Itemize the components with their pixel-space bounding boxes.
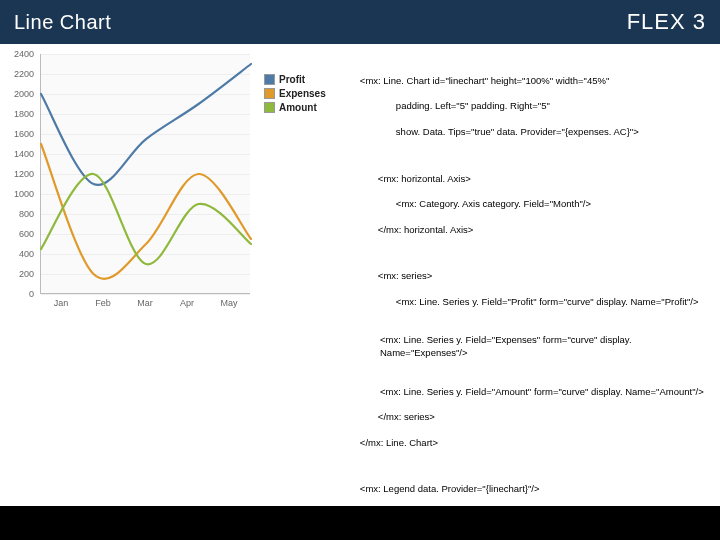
- code-line: <mx: series>: [360, 270, 432, 283]
- y-tick-label: 1600: [14, 129, 34, 139]
- legend-item: Profit: [264, 74, 344, 85]
- code-line: <mx: Line. Chart id="linechart" height="…: [360, 75, 609, 86]
- code-line: <mx: horizontal. Axis>: [360, 173, 471, 186]
- legend-item: Amount: [264, 102, 344, 113]
- y-tick-label: 600: [19, 229, 34, 239]
- code-line: <mx: Category. Axis category. Field="Mon…: [360, 198, 591, 211]
- x-tick-label: Apr: [166, 298, 208, 308]
- y-tick-label: 1200: [14, 169, 34, 179]
- main-content: 0200400600800100012001400160018002000220…: [0, 44, 720, 517]
- y-tick-label: 0: [29, 289, 34, 299]
- y-tick-label: 200: [19, 269, 34, 279]
- plot-area: [40, 54, 250, 294]
- y-tick-label: 1800: [14, 109, 34, 119]
- x-axis: JanFebMarAprMay: [40, 298, 250, 308]
- x-tick-label: Feb: [82, 298, 124, 308]
- footer-bar: [0, 506, 720, 540]
- series-line: [41, 174, 251, 264]
- legend-label: Expenses: [279, 88, 326, 99]
- legend-swatch: [264, 102, 275, 113]
- y-tick-label: 400: [19, 249, 34, 259]
- grid-line: [41, 294, 250, 295]
- y-axis: 0200400600800100012001400160018002000220…: [4, 54, 38, 294]
- line-chart: 0200400600800100012001400160018002000220…: [4, 54, 264, 329]
- y-tick-label: 2200: [14, 69, 34, 79]
- chart-column: 0200400600800100012001400160018002000220…: [4, 54, 264, 517]
- legend: ProfitExpensesAmount: [264, 54, 344, 517]
- code-line: <mx: Legend data. Provider="{linechart}"…: [360, 483, 540, 494]
- code-line: <mx: Line. Series y. Field="Profit" form…: [360, 296, 699, 309]
- y-tick-label: 800: [19, 209, 34, 219]
- y-tick-label: 2400: [14, 49, 34, 59]
- code-line: show. Data. Tips="true" data. Provider="…: [360, 126, 639, 139]
- y-tick-label: 1000: [14, 189, 34, 199]
- code-line: </mx: series>: [360, 411, 435, 424]
- legend-label: Amount: [279, 102, 317, 113]
- x-tick-label: May: [208, 298, 250, 308]
- code-line: </mx: horizontal. Axis>: [360, 224, 474, 237]
- legend-label: Profit: [279, 74, 305, 85]
- code-line: </mx: Line. Chart>: [360, 437, 438, 448]
- header-bar: Line Chart FLEX 3: [0, 0, 720, 44]
- y-tick-label: 2000: [14, 89, 34, 99]
- code-line: <mx: Line. Series y. Field="Amount" form…: [344, 386, 704, 399]
- code-sample: <mx: Line. Chart id="linechart" height="…: [344, 54, 716, 517]
- x-tick-label: Mar: [124, 298, 166, 308]
- legend-item: Expenses: [264, 88, 344, 99]
- chart-lines: [41, 54, 251, 294]
- x-tick-label: Jan: [40, 298, 82, 308]
- series-line: [41, 64, 251, 185]
- code-line: padding. Left="5" padding. Right="5": [360, 100, 550, 113]
- brand-label: FLEX 3: [627, 9, 706, 35]
- y-tick-label: 1400: [14, 149, 34, 159]
- page-title: Line Chart: [14, 11, 111, 34]
- code-line: <mx: Line. Series y. Field="Expenses" fo…: [344, 334, 710, 360]
- legend-swatch: [264, 88, 275, 99]
- legend-swatch: [264, 74, 275, 85]
